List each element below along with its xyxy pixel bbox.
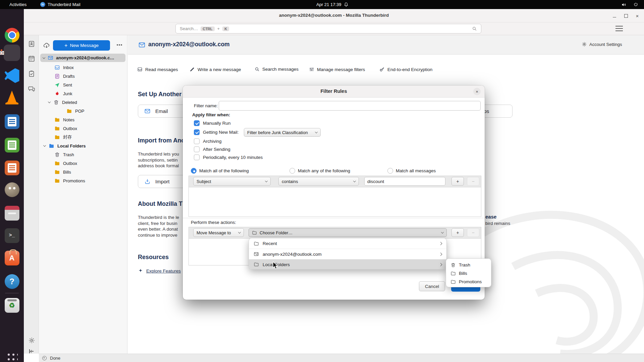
manage-filters-link[interactable]: Manage message filters (309, 67, 365, 72)
after-sending-checkbox[interactable] (194, 146, 200, 152)
dock-files-icon[interactable] (4, 205, 20, 221)
account-settings-button[interactable]: Account Settings (582, 42, 622, 47)
local-folders-row[interactable]: Local Folders (40, 141, 126, 150)
show-applications-icon[interactable] (4, 350, 20, 362)
dock-ubuntu-software-icon[interactable]: A (4, 250, 20, 266)
import-heading: Import from Ano (138, 137, 185, 144)
add-criteria-button[interactable]: + (451, 177, 464, 186)
settings-gear-icon[interactable] (26, 335, 37, 345)
junk-classification-dropdown[interactable]: Filter before Junk Classification (244, 128, 321, 137)
submenu-item-trash[interactable]: Trash (446, 261, 491, 269)
remove-action-button[interactable]: − (467, 228, 479, 237)
explore-features-link[interactable]: Explore Features (138, 268, 181, 274)
chevron-right-icon (439, 252, 442, 256)
dock-libreoffice-writer-icon[interactable] (4, 113, 20, 130)
dock-divider (5, 293, 19, 293)
power-icon[interactable] (633, 0, 638, 9)
get-messages-cloud-icon[interactable] (43, 42, 50, 49)
choose-folder-dropdown[interactable]: Choose Folder… (249, 228, 447, 237)
collapse-rail-button[interactable] (26, 346, 37, 356)
folder-icon (254, 262, 259, 267)
dock-thunderbird-icon[interactable]: ✉ (4, 45, 20, 61)
dock-vlc-icon[interactable] (4, 89, 20, 106)
match-any-radio[interactable] (289, 168, 295, 174)
criteria-field-dropdown[interactable]: Subject (193, 177, 271, 186)
match-all-messages-radio[interactable] (387, 168, 393, 174)
account-header-band: anonym-x2024@outlook.com Account Setting… (128, 35, 644, 55)
folder-drafts[interactable]: Drafts (40, 72, 126, 80)
write-message-link[interactable]: Write a new message (190, 67, 241, 72)
dialog-titlebar[interactable]: Filter Rules × (183, 85, 485, 98)
local-folder-bills[interactable]: Bills (40, 168, 126, 176)
folder-deleted[interactable]: Deleted (40, 98, 126, 107)
tasks-tab[interactable] (26, 69, 37, 79)
new-message-button[interactable]: +New Message (53, 40, 110, 51)
dock-chrome-icon[interactable] (4, 27, 20, 43)
folder-pane-options-icon[interactable] (117, 44, 118, 46)
folder-sent[interactable]: Sent (40, 80, 126, 89)
folder-inbox[interactable]: Inbox (40, 63, 126, 72)
menu-item-account[interactable]: anonym-x2024@outlook.com (249, 249, 446, 259)
minimize-button[interactable] (611, 13, 618, 19)
archiving-checkbox[interactable] (194, 138, 200, 144)
dock-gimp-icon[interactable] (4, 181, 20, 198)
folder-archive-cjk[interactable]: 封存 (40, 133, 126, 141)
focused-app-menu[interactable]: ✉ Thunderbird Mail (40, 0, 80, 9)
app-menu-button[interactable] (615, 26, 623, 31)
criteria-value-input[interactable] (364, 177, 445, 186)
global-search-input[interactable]: Search… CTRL + K (175, 24, 481, 34)
dock-libreoffice-impress-icon[interactable] (4, 160, 20, 176)
calendar-tab[interactable] (26, 54, 37, 64)
clock-menu[interactable]: Apr 21 17:39 (316, 0, 349, 9)
folder-pop[interactable]: POP (40, 107, 126, 115)
dock-libreoffice-calc-icon[interactable] (4, 137, 20, 153)
folder-icon (450, 271, 456, 276)
notification-bell-icon (343, 2, 349, 7)
folder-junk[interactable]: Junk (40, 89, 126, 98)
local-folder-outbox[interactable]: Outbox (40, 159, 126, 168)
e2e-encryption-link[interactable]: End-to-end Encryption (379, 67, 432, 72)
close-button[interactable]: × (634, 13, 640, 19)
submenu-item-promotions[interactable]: Promotions (446, 278, 491, 286)
account-row[interactable]: anonym-x2024@outlook.c… (40, 54, 125, 62)
filter-name-input[interactable] (219, 101, 481, 111)
window-titlebar: anonym-x2024@outlook.com - Mozilla Thund… (24, 9, 644, 22)
address-book-tab[interactable] (26, 39, 37, 49)
search-icon (472, 26, 477, 31)
dock-terminal-icon[interactable]: >_ (4, 227, 20, 244)
menu-item-recent[interactable]: Recent (249, 238, 446, 249)
folder-outbox[interactable]: Outbox (40, 124, 126, 133)
match-all-radio[interactable] (191, 168, 197, 174)
match-all-messages-label: Match all messages (396, 168, 436, 173)
chevron-down-icon (43, 56, 45, 59)
getting-new-mail-checkbox[interactable] (194, 129, 200, 135)
dock-help-icon[interactable]: ? (4, 273, 20, 290)
system-top-bar: Activities ✉ Thunderbird Mail Apr 21 17:… (0, 0, 644, 9)
dialog-close-icon[interactable]: × (473, 88, 481, 95)
submenu-item-bills[interactable]: Bills (446, 269, 491, 278)
cancel-button[interactable]: Cancel (419, 281, 445, 291)
add-action-button[interactable]: + (451, 228, 464, 237)
setup-another-heading: Set Up Another (138, 91, 181, 98)
thunderbird-mini-icon: ✉ (40, 2, 45, 7)
criteria-op-dropdown[interactable]: contains (278, 177, 359, 186)
dock-vscode-icon[interactable] (4, 67, 20, 84)
status-progress-icon (42, 356, 47, 360)
action-type-dropdown[interactable]: Move Message to (193, 228, 244, 237)
folder-notes[interactable]: Notes (40, 115, 126, 124)
volume-icon[interactable] (621, 0, 627, 9)
activities-button[interactable]: Activities (9, 0, 26, 9)
periodically-checkbox[interactable] (194, 155, 200, 160)
local-folder-promotions[interactable]: Promotions (40, 176, 126, 185)
chat-tab[interactable] (26, 84, 37, 94)
search-messages-link[interactable]: Search messages (255, 67, 299, 72)
manually-run-checkbox[interactable] (194, 120, 200, 126)
mail-account-icon (48, 55, 53, 61)
read-messages-link[interactable]: Read messages (137, 67, 178, 72)
ctrl-key-badge: CTRL (201, 26, 214, 31)
remove-criteria-button[interactable]: − (467, 177, 479, 186)
maximize-button[interactable] (623, 13, 629, 19)
local-folder-trash[interactable]: Trash (40, 150, 126, 159)
chevron-down-icon (265, 179, 268, 182)
dock-trash-icon[interactable]: ♻ (4, 297, 20, 313)
